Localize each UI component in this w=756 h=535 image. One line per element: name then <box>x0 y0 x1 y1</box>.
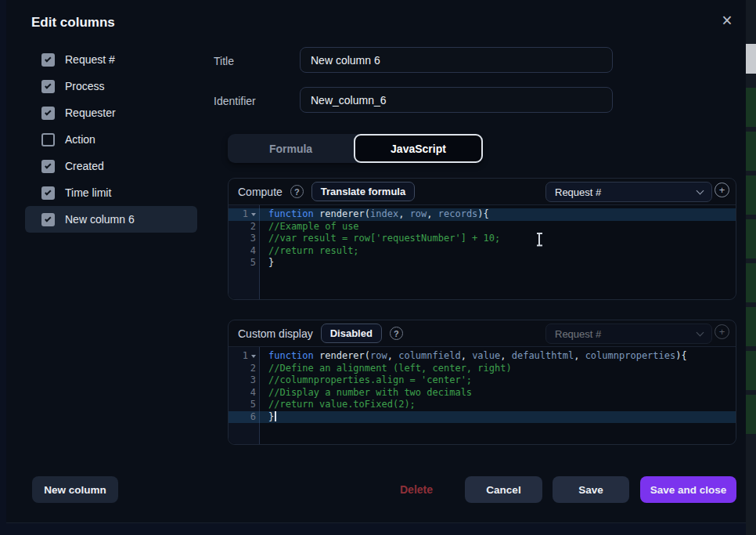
background-block <box>746 44 756 74</box>
checkbox[interactable] <box>41 186 55 200</box>
background-app-sliver <box>746 0 756 535</box>
background-block <box>746 175 756 215</box>
code-text: function renderer(row, columnfield, valu… <box>260 350 687 363</box>
code-text: //columnproperties.align = 'center'; <box>260 374 472 387</box>
checkbox[interactable] <box>41 107 55 120</box>
custom-display-label: Custom display <box>238 327 313 340</box>
line-number: 6 <box>229 411 260 424</box>
code-text: //var result = row['requestNumber'] + 10… <box>260 233 500 245</box>
cancel-button[interactable]: Cancel <box>465 476 542 503</box>
check-icon <box>45 82 51 89</box>
check-icon <box>45 56 51 62</box>
column-label: Created <box>65 160 104 172</box>
column-list-item[interactable]: Created <box>25 153 197 179</box>
tab-formula[interactable]: Formula <box>228 134 354 163</box>
dropdown-value: Request # <box>555 328 601 340</box>
code-text: //return value.toFixed(2); <box>260 399 416 411</box>
check-icon <box>45 215 51 222</box>
custom-display-header: Custom display Disabled ? Request # + <box>229 320 736 346</box>
custom-display-code-lines: 1function renderer(row, columnfield, val… <box>229 350 736 423</box>
code-text: //Display a number with two decimals <box>260 387 472 399</box>
code-line[interactable]: 3//columnproperties.align = 'center'; <box>229 374 736 387</box>
title-label: Title <box>214 55 234 67</box>
checkbox[interactable] <box>41 133 55 146</box>
column-label: Action <box>65 133 95 146</box>
column-list-item[interactable]: Requester <box>25 99 197 126</box>
delete-button[interactable]: Delete <box>393 476 440 503</box>
chevron-down-icon <box>697 329 704 337</box>
identifier-input[interactable] <box>300 87 613 113</box>
line-number: 2 <box>229 363 260 375</box>
checkbox[interactable] <box>41 213 55 226</box>
checkbox[interactable] <box>41 80 55 93</box>
custom-display-code-editor[interactable]: 1function renderer(row, columnfield, val… <box>229 346 736 444</box>
column-list-item[interactable]: Time limit <box>25 179 197 206</box>
add-column-icon[interactable]: + <box>715 183 729 197</box>
save-and-close-button[interactable]: Save and close <box>640 476 736 503</box>
add-column-icon: + <box>715 324 729 339</box>
code-line[interactable]: 3//var result = row['requestNumber'] + 1… <box>229 233 736 245</box>
compute-column-dropdown[interactable]: Request # <box>545 182 712 202</box>
code-line[interactable]: 1function renderer(index, row, records){ <box>229 208 736 221</box>
background-block <box>746 219 756 258</box>
line-number: 2 <box>229 221 260 233</box>
new-column-button[interactable]: New column <box>32 476 118 503</box>
code-line[interactable]: 5} <box>229 257 736 269</box>
column-label: New column 6 <box>65 213 135 226</box>
code-text: //Define an alignment (left, center, rig… <box>260 363 512 375</box>
code-line[interactable]: 4//return result; <box>229 245 736 258</box>
text-caret <box>275 411 276 421</box>
column-list-item[interactable]: Request # <box>25 46 197 73</box>
code-line[interactable]: 2//Define an alignment (left, center, ri… <box>229 363 736 375</box>
background-block <box>746 395 756 434</box>
save-button[interactable]: Save <box>553 476 629 503</box>
code-line[interactable]: 2//Example of use <box>229 221 736 233</box>
column-list-item[interactable]: Process <box>25 73 197 99</box>
compute-code-lines: 1function renderer(index, row, records){… <box>229 208 736 269</box>
close-icon[interactable]: × <box>715 9 739 32</box>
line-number: 4 <box>229 387 260 399</box>
column-list-item[interactable]: Action <box>25 126 197 153</box>
help-icon[interactable]: ? <box>390 327 403 340</box>
code-text: } <box>260 411 276 424</box>
compute-panel: Compute ? Translate formula Request # + … <box>228 178 736 300</box>
modal-title: Edit columns <box>31 15 115 31</box>
column-label: Process <box>65 80 105 92</box>
check-icon <box>45 189 51 195</box>
line-number: 4 <box>229 245 260 258</box>
checkbox[interactable] <box>41 53 55 67</box>
fold-arrow-icon[interactable] <box>251 213 256 216</box>
compute-code-editor[interactable]: 1function renderer(index, row, records){… <box>229 204 736 299</box>
compute-header: Compute ? Translate formula Request # + <box>229 179 736 204</box>
code-text: //Example of use <box>260 221 359 233</box>
code-line[interactable]: 6} <box>229 411 736 424</box>
line-number: 3 <box>229 374 260 387</box>
background-block <box>746 351 756 390</box>
line-number: 5 <box>229 399 260 411</box>
column-label: Request # <box>65 53 115 66</box>
help-icon[interactable]: ? <box>290 185 304 198</box>
line-number: 3 <box>229 233 260 245</box>
title-input[interactable] <box>300 47 613 73</box>
compute-label: Compute <box>238 186 283 198</box>
checkbox[interactable] <box>41 160 55 173</box>
code-text: } <box>260 257 274 269</box>
line-number: 1 <box>229 350 260 363</box>
background-block <box>746 88 756 127</box>
background-block <box>746 307 756 346</box>
check-icon <box>45 109 51 115</box>
code-line[interactable]: 1function renderer(row, columnfield, val… <box>229 350 736 363</box>
tab-javascript[interactable]: JavaScript <box>354 134 483 163</box>
mode-tabs: FormulaJavaScript <box>228 134 483 163</box>
column-label: Time limit <box>65 186 111 199</box>
custom-display-column-dropdown: Request # <box>545 324 712 344</box>
fold-arrow-icon[interactable] <box>251 355 256 358</box>
code-line[interactable]: 4//Display a number with two decimals <box>229 387 736 399</box>
identifier-label: Identifier <box>214 95 256 107</box>
translate-formula-button[interactable]: Translate formula <box>311 182 415 201</box>
column-list-item[interactable]: New column 6 <box>25 206 197 233</box>
code-line[interactable]: 5//return value.toFixed(2); <box>229 399 736 411</box>
disabled-toggle-button[interactable]: Disabled <box>321 324 382 343</box>
edit-columns-modal: Edit columns × Request #ProcessRequester… <box>6 0 746 523</box>
code-text: function renderer(index, row, records){ <box>260 208 489 221</box>
